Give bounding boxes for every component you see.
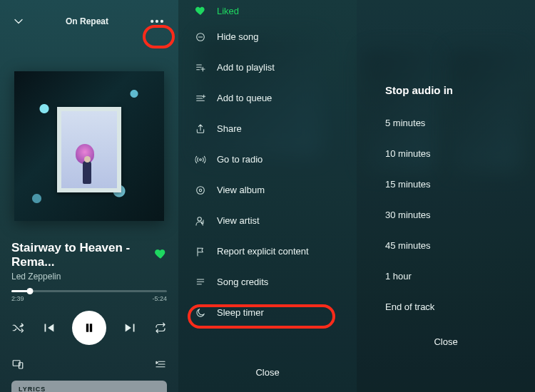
context-menu-item-label: Go to radio: [217, 154, 263, 165]
sleep-timer-option-label: 1 hour: [385, 271, 412, 282]
context-menu-item-label: Liked: [217, 6, 239, 16]
svg-point-6: [198, 217, 201, 220]
remaining-time: -5:24: [152, 295, 167, 302]
sleep-timer-close-button[interactable]: Close: [357, 322, 535, 361]
context-menu-item-label: View album: [217, 185, 265, 195]
context-menu-item-artist[interactable]: View artist: [194, 205, 350, 236]
track-context-menu: LikedHide songAdd to playlistAdd to queu…: [178, 0, 357, 392]
artist-name[interactable]: Led Zeppelin: [11, 272, 167, 282]
svg-point-3: [200, 158, 202, 160]
context-menu-item-label: Add to queue: [217, 93, 272, 103]
moon-icon: [194, 306, 207, 319]
credits-icon: [194, 276, 207, 289]
sleep-timer-menu: Stop audio in 5 minutes10 minutes15 minu…: [357, 0, 535, 392]
playlist-add-icon: [194, 61, 207, 74]
queue-button[interactable]: [154, 358, 167, 371]
sleep-timer-option[interactable]: 15 minutes: [385, 169, 528, 200]
context-menu-item-label: Share: [217, 123, 242, 134]
seek-bar[interactable]: 2:39 -5:24: [11, 290, 167, 302]
share-icon: [194, 123, 207, 135]
sleep-timer-option-label: 10 minutes: [385, 148, 431, 159]
context-menu-item-label: Hide song: [217, 31, 259, 42]
context-menu-close-button[interactable]: Close: [178, 353, 357, 392]
sleep-timer-title: Stop audio in: [385, 84, 535, 96]
context-menu-item-label: Song credits: [217, 277, 268, 287]
queue-icon: [194, 92, 207, 105]
next-button[interactable]: [123, 320, 138, 336]
elapsed-time: 2:39: [11, 295, 24, 302]
sleep-timer-option[interactable]: 5 minutes: [385, 108, 528, 138]
context-menu-item-credits[interactable]: Song credits: [194, 267, 350, 297]
heart-icon: [194, 4, 207, 17]
context-menu-item-playlist-add[interactable]: Add to playlist: [194, 52, 350, 83]
flag-icon: [194, 245, 207, 258]
previous-button[interactable]: [41, 320, 56, 336]
now-playing-panel: On Repeat ••• Stairway to Heaven - Rema.…: [0, 0, 178, 392]
sleep-timer-option[interactable]: 1 hour: [385, 261, 528, 292]
sleep-timer-option[interactable]: 45 minutes: [385, 230, 528, 261]
context-menu-item-disc[interactable]: View album: [194, 175, 350, 205]
shuffle-button[interactable]: [11, 321, 24, 334]
context-menu-item-flag[interactable]: Report explicit content: [194, 236, 350, 267]
sleep-timer-option-label: 5 minutes: [385, 118, 425, 128]
sleep-timer-option[interactable]: 10 minutes: [385, 138, 528, 169]
playback-context-label: On Repeat: [66, 16, 108, 26]
minus-circle-icon: [194, 31, 207, 43]
devices-button[interactable]: [11, 358, 24, 371]
sleep-timer-option-label: End of track: [385, 301, 434, 312]
sleep-timer-option-label: 45 minutes: [385, 240, 431, 251]
sleep-timer-option-label: 30 minutes: [385, 210, 431, 220]
context-menu-item-label: Add to playlist: [217, 62, 275, 73]
track-title: Stairway to Heaven - Rema...: [11, 241, 148, 269]
context-menu-item-label: Sleep timer: [217, 307, 264, 318]
chevron-down-icon[interactable]: [11, 14, 26, 29]
context-menu-item-label: View artist: [217, 215, 260, 226]
disc-icon: [194, 184, 207, 197]
lyrics-card[interactable]: LYRICS: [11, 381, 167, 392]
svg-point-4: [197, 186, 205, 194]
album-art[interactable]: [11, 71, 167, 221]
sleep-timer-option-label: 15 minutes: [385, 179, 431, 190]
like-button[interactable]: [154, 247, 167, 264]
context-menu-item-label: Report explicit content: [217, 246, 309, 257]
context-menu-item-heart[interactable]: Liked: [194, 0, 350, 21]
more-options-button[interactable]: •••: [148, 12, 167, 31]
pause-button[interactable]: [72, 311, 106, 345]
context-menu-item-queue[interactable]: Add to queue: [194, 83, 350, 113]
sleep-timer-option[interactable]: 30 minutes: [385, 200, 528, 230]
artist-icon: [194, 215, 207, 227]
context-menu-item-moon[interactable]: Sleep timer: [194, 297, 350, 328]
context-menu-item-share[interactable]: Share: [194, 113, 350, 144]
context-menu-item-minus-circle[interactable]: Hide song: [194, 21, 350, 52]
svg-point-5: [199, 189, 201, 191]
context-menu-item-radio[interactable]: Go to radio: [194, 144, 350, 175]
radio-icon: [194, 153, 207, 166]
sleep-timer-option[interactable]: End of track: [385, 292, 528, 322]
repeat-button[interactable]: [154, 321, 167, 334]
